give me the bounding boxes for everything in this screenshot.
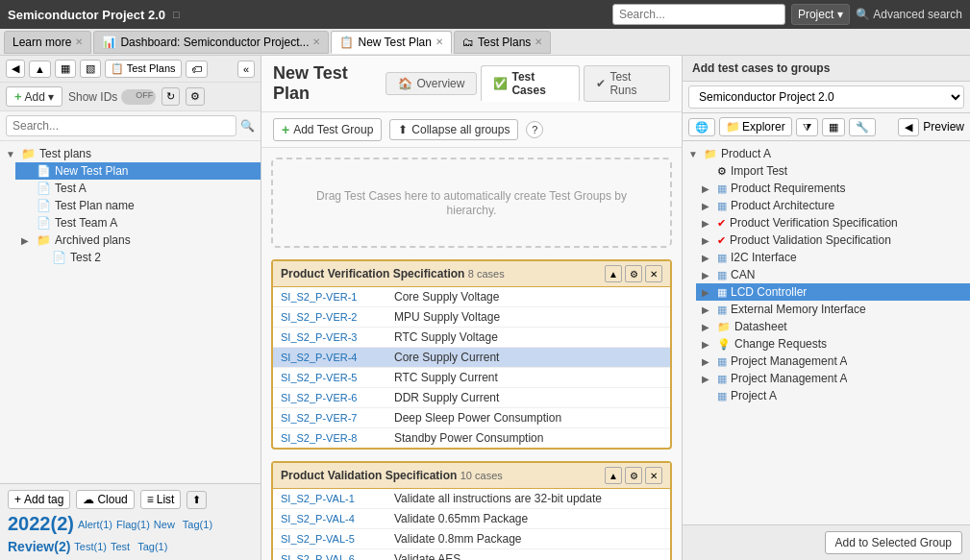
settings-button[interactable]: ⚙ [186,87,205,106]
tag-2022[interactable]: 2022(2) [8,513,74,535]
table-row[interactable]: SI_S2_P-VER-2 MPU Supply Voltage [273,307,670,328]
tab-learn-more[interactable]: Learn more ✕ [4,31,91,54]
refresh-button[interactable]: ↻ [162,87,180,106]
up-button[interactable]: ▲ [29,61,51,78]
rtree-item-product-validation[interactable]: ▶ ✔ Product Validation Specification [696,231,970,249]
table-row[interactable]: SI_S2_P-VER-7 Deep Sleep Power Consumpti… [273,408,670,428]
tree-item-test-2[interactable]: 📄 Test 2 [31,249,261,266]
tag-new[interactable]: New [154,519,175,530]
advanced-search[interactable]: 🔍 Advanced search [856,8,962,21]
tab-dashboard[interactable]: 📊 Dashboard: Semiconductor Project... ✕ [93,31,329,54]
add-tag-button[interactable]: + Add tag [8,490,70,509]
close-group-button[interactable]: ✕ [645,265,662,282]
collapse-group-button[interactable]: ▲ [605,265,622,282]
list-view-button[interactable]: ▧ [80,60,101,78]
test-plans-button[interactable]: 📋 Test Plans [105,60,182,78]
tree-item-new-test-plan[interactable]: 📄 New Test Plan [15,162,261,180]
table-row[interactable]: SI_S2_P-VER-4 Core Supply Current [273,348,670,368]
tab-close-icon[interactable]: ✕ [75,37,83,47]
rtree-item-product-requirements[interactable]: ▶ ▦ Product Requirements [696,180,970,197]
rtree-item-lcd-controller[interactable]: ▶ ▦ LCD Controller [696,283,970,301]
search-icon: 🔍 [856,8,870,21]
list-view-button[interactable]: ≡ List [140,490,182,509]
search-input[interactable] [612,4,785,25]
tree-item-archived-plans[interactable]: ▶ 📁 Archived plans [15,231,261,249]
show-ids-toggle[interactable]: OFF [121,89,156,105]
table-row[interactable]: SI_S2_P-VER-5 RTC Supply Current [273,368,670,388]
grid-icon: ▦ [717,373,727,385]
rtree-item-change-requests[interactable]: ▶ 💡 Change Requests [696,335,970,353]
test-group-header: Product Validation Specification 10 case… [273,463,670,489]
tree-item-test-plan-name[interactable]: 📄 Test Plan name [15,197,261,214]
rtree-item-project-mgmt-a1[interactable]: ▶ ▦ Project Management A [696,353,970,370]
rtree-item-external-memory[interactable]: ▶ ▦ External Memory Interface [696,301,970,318]
tab-close-icon[interactable]: ✕ [312,37,320,47]
rtree-item-datasheet[interactable]: ▶ 📁 Datasheet [696,318,970,335]
collapse-all-button[interactable]: ⬆ Collapse all groups [389,119,518,140]
table-row[interactable]: SI_S2_P-VAL-5 Validate 0.8mm Package [273,529,670,549]
add-test-group-button[interactable]: + Add Test Group [273,118,382,141]
add-to-selected-group-button[interactable]: Add to Selected Group [825,531,962,554]
rtree-item-project-mgmt-a2[interactable]: ▶ ▦ Project Management A [696,370,970,387]
tab-test-cases[interactable]: ✅ Test Cases [481,65,580,102]
close-group-button[interactable]: ✕ [645,467,662,484]
tab-overview[interactable]: 🏠 Overview [386,72,477,95]
tab-label: Test Plans [478,36,531,49]
tag-review[interactable]: Review(2) [8,539,70,554]
tab-close-icon[interactable]: ✕ [535,37,542,47]
table-row[interactable]: SI_S2_P-VAL-4 Validate 0.65mm Package [273,509,670,529]
project-selector[interactable]: Project ▾ [791,4,850,25]
tree-root[interactable]: ▼ 📁 Test plans [0,145,261,162]
project-select[interactable]: Semiconductor Project 2.0 [688,85,964,109]
help-button[interactable]: ? [526,121,543,138]
tab-test-runs[interactable]: ✔ Test Runs [584,65,670,102]
table-row[interactable]: SI_S2_P-VER-8 Standby Power Consumption [273,428,670,448]
tag-alert[interactable]: Alert(1) [78,519,112,530]
tag-test[interactable]: Test [111,541,130,552]
table-row[interactable]: SI_S2_P-VAL-1 Validate all instructions … [273,489,670,509]
add-tag-label: Add tag [24,493,63,506]
collapse-right-button[interactable]: ◀ [898,118,919,136]
explorer-button[interactable]: 📁 Explorer [719,117,792,136]
globe-button[interactable]: 🌐 [688,118,715,136]
cloud-view-button[interactable]: ☁ Cloud [76,490,134,509]
tag-tag1[interactable]: Tag(1) [183,519,212,530]
table-row[interactable]: SI_S2_P-VER-3 RTC Supply Voltage [273,328,670,348]
tree-item-test-team-a[interactable]: 📄 Test Team A [15,214,261,231]
table-row[interactable]: SI_S2_P-VER-1 Core Supply Voltage [273,287,670,307]
grid-button[interactable]: ▦ [822,118,845,136]
rtree-label: Project Management A [731,354,847,368]
add-button[interactable]: + Add ▾ [6,86,62,107]
tag-flag[interactable]: Flag(1) [116,519,150,530]
rtree-item-i2c[interactable]: ▶ ▦ I2C Interface [696,249,970,266]
tag-test1[interactable]: Test(1) [74,541,107,552]
sidebar-search-input[interactable] [6,115,236,136]
tag-button[interactable]: 🏷 [186,61,208,78]
tab-close-icon[interactable]: ✕ [435,37,443,47]
tag-tag1b[interactable]: Tag(1) [137,541,167,552]
collapse-group-button[interactable]: ▲ [605,467,622,484]
drop-zone-text: Drag Test Cases here to automatically cr… [316,189,627,217]
rtree-item-project-a[interactable]: ▦ Project A [696,387,970,404]
collapse-sidebar-button[interactable]: « [237,61,255,78]
drop-zone: Drag Test Cases here to automatically cr… [271,158,672,248]
export-button[interactable]: ⬆ [187,491,207,509]
rtree-item-product-architecture[interactable]: ▶ ▦ Product Architecture [696,197,970,214]
rtree-item-import-test[interactable]: ⚙ Import Test [696,162,970,180]
back-button[interactable]: ◀ [6,60,25,78]
settings-group-button[interactable]: ⚙ [625,467,642,484]
tab-new-test-plan[interactable]: 📋 New Test Plan ✕ [331,31,451,54]
bulb-icon: 💡 [717,338,731,351]
rtree-item-product-a[interactable]: ▼ 📁 Product A [683,145,970,162]
rtree-item-product-verification[interactable]: ▶ ✔ Product Verification Specification [696,214,970,231]
table-row[interactable]: SI_S2_P-VAL-6 Validate AES [273,549,670,560]
tree-item-test-a[interactable]: 📄 Test A [15,180,261,197]
grid-view-button[interactable]: ▦ [55,60,76,78]
settings-group-button[interactable]: ⚙ [625,265,642,282]
rtree-label: Project A [731,389,777,402]
table-row[interactable]: SI_S2_P-VER-6 DDR Supply Current [273,388,670,408]
filter-button[interactable]: ⧩ [796,118,818,136]
rtree-item-can[interactable]: ▶ ▦ CAN [696,266,970,283]
wrench-button[interactable]: 🔧 [849,118,876,136]
tab-test-plans[interactable]: 🗂 Test Plans ✕ [454,31,551,54]
